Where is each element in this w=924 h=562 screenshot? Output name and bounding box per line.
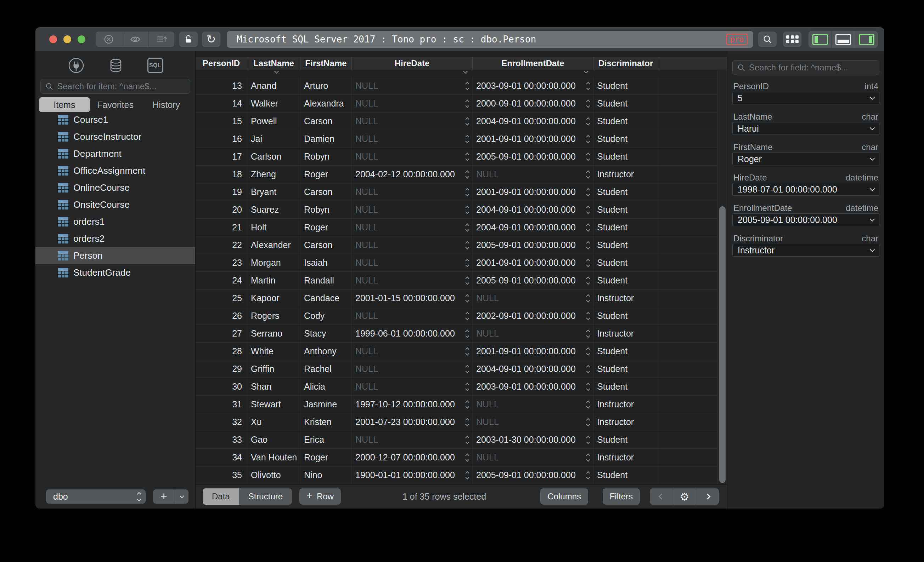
cell-hiredate[interactable]: 1900-01-01 00:00:00.000 [352,466,472,484]
cell-personid[interactable]: 15 [196,112,247,130]
column-header-personid[interactable]: PersonID [196,57,247,70]
cell-discriminator[interactable]: Student [594,466,658,484]
column-header-firstname[interactable]: FirstName [300,57,352,70]
cell-hiredate[interactable]: 2001-01-15 00:00:00.000 [352,290,472,307]
cell-enrollmentdate[interactable]: 2002-09-01 00:00:00.000 [472,307,594,324]
cell-firstname[interactable]: Damien [300,130,352,148]
cell-lastname[interactable]: Gao [247,431,300,448]
cell-discriminator[interactable]: Instructor [594,396,658,413]
cell-personid[interactable]: 19 [196,183,247,201]
cell-enrollmentdate[interactable]: 2003-09-01 00:00:00.000 [472,378,594,395]
cell-lastname[interactable]: Van Houten [247,449,300,466]
cell-firstname[interactable]: Randall [300,272,352,289]
cell-personid[interactable]: 20 [196,201,247,218]
sidebar-table-item[interactable]: OfficeAssignment [35,162,195,179]
cell-enrollmentdate[interactable]: 2004-09-01 00:00:00.000 [472,219,594,236]
table-row[interactable]: 15 Powell Carson NULL 2004-09-01 00:00:0… [196,112,727,130]
cell-personid[interactable]: 27 [196,325,247,342]
cell-hiredate[interactable]: NULL [352,254,472,271]
add-item-button[interactable]: + [153,489,175,504]
date-stepper-icon[interactable] [466,82,469,90]
table-row[interactable]: 22 Alexander Carson NULL 2005-09-01 00:0… [196,236,727,254]
sidebar-search-field[interactable] [40,79,190,94]
date-stepper-icon[interactable] [466,348,469,355]
cell-personid[interactable]: 34 [196,449,247,466]
date-stepper-icon[interactable] [466,100,469,107]
date-stepper-icon[interactable] [587,242,590,249]
cell-firstname[interactable]: Kristen [300,413,352,431]
cell-hiredate[interactable]: NULL [352,183,472,201]
cell-hiredate[interactable]: NULL [352,307,472,324]
cell-discriminator[interactable]: Instructor [594,449,658,466]
date-stepper-icon[interactable] [466,383,469,390]
cell-firstname[interactable]: Robyn [300,201,352,218]
search-button[interactable] [758,31,777,47]
cell-lastname[interactable]: Anand [247,77,300,94]
date-stepper-icon[interactable] [466,330,469,337]
cell-enrollmentdate[interactable]: 2004-09-01 00:00:00.000 [472,112,594,130]
cell-lastname[interactable]: Kapoor [247,290,300,307]
date-stepper-icon[interactable] [587,436,590,444]
table-row[interactable]: 28 White Anthony NULL 2001-09-01 00:00:0… [196,342,727,360]
date-stepper-icon[interactable] [587,454,590,461]
minimize-window-button[interactable] [63,35,71,43]
cell-hiredate[interactable]: 2001-07-23 00:00:00.000 [352,413,472,431]
sidebar-tab[interactable]: Favorites [90,97,141,112]
cell-discriminator[interactable]: Student [594,112,658,130]
table-row[interactable]: 31 Stewart Jasmine 1997-10-12 00:00:00.0… [196,396,727,413]
toggle-right-panel-button[interactable] [855,31,878,48]
cell-enrollmentdate[interactable]: 2005-09-01 00:00:00.000 [472,236,594,254]
cell-lastname[interactable]: Olivotto [247,466,300,484]
inspector-search-input[interactable] [749,63,875,73]
date-stepper-icon[interactable] [466,401,469,408]
date-stepper-icon[interactable] [466,436,469,444]
date-stepper-icon[interactable] [587,312,590,320]
cell-personid[interactable]: 21 [196,219,247,236]
cell-enrollmentdate[interactable]: NULL [472,449,594,466]
cell-enrollmentdate[interactable]: NULL [472,396,594,413]
cell-personid[interactable]: 33 [196,431,247,448]
cell-discriminator[interactable]: Student [594,219,658,236]
view-mode-tab[interactable]: Data [202,489,239,505]
cell-personid[interactable]: 25 [196,290,247,307]
table-row[interactable]: 18 Zheng Roger 2004-02-12 00:00:00.000 N… [196,166,727,183]
cell-discriminator[interactable]: Instructor [594,166,658,183]
cell-lastname[interactable]: White [247,342,300,360]
date-stepper-icon[interactable] [466,312,469,320]
table-row[interactable]: 25 Kapoor Candace 2001-01-15 00:00:00.00… [196,290,727,307]
cell-discriminator[interactable]: Student [594,201,658,218]
cell-personid[interactable]: 16 [196,130,247,148]
settings-button[interactable]: ⚙ [673,489,696,505]
toggle-bottom-panel-button[interactable] [831,31,855,48]
cell-enrollmentdate[interactable]: 2000-09-01 00:00:00.000 [472,95,594,112]
table-row[interactable]: 20 Suarez Robyn NULL 2004-09-01 00:00:00… [196,201,727,219]
connection-plug-icon[interactable] [68,57,85,74]
date-stepper-icon[interactable] [466,472,469,479]
cell-firstname[interactable]: Arturo [300,77,352,94]
date-stepper-icon[interactable] [466,171,469,178]
add-row-button[interactable]: + Row [299,489,341,505]
cell-lastname[interactable]: Walker [247,95,300,112]
cell-firstname[interactable]: Isaiah [300,254,352,271]
cell-enrollmentdate[interactable]: 2003-01-30 00:00:00.000 [472,431,594,448]
table-row[interactable]: 26 Rogers Cody NULL 2002-09-01 00:00:00.… [196,307,727,325]
date-stepper-icon[interactable] [466,206,469,214]
table-row[interactable]: 35 Olivotto Nino 1900-01-01 00:00:00.000… [196,466,727,484]
date-stepper-icon[interactable] [587,419,590,426]
date-stepper-icon[interactable] [587,330,590,337]
date-stepper-icon[interactable] [587,259,590,266]
column-header-enrollmentdate[interactable]: EnrollmentDate [472,57,594,70]
sidebar-table-item[interactable]: Course1 [35,111,195,128]
cell-lastname[interactable]: Jai [247,130,300,148]
table-row[interactable]: 33 Gao Erica NULL 2003-01-30 00:00:00.00… [196,431,727,449]
cell-enrollmentdate[interactable]: 2001-09-01 00:00:00.000 [472,342,594,360]
cell-enrollmentdate[interactable]: NULL [472,166,594,183]
cell-personid[interactable]: 24 [196,272,247,289]
cell-discriminator[interactable]: Student [594,148,658,165]
column-header-discriminator[interactable]: Discriminator [594,57,658,70]
cell-enrollmentdate[interactable]: 2005-09-01 00:00:00.000 [472,466,594,484]
cell-hiredate[interactable]: NULL [352,272,472,289]
sidebar-table-item[interactable]: orders2 [35,230,195,247]
cell-firstname[interactable]: Nino [300,466,352,484]
close-window-button[interactable] [49,35,57,43]
